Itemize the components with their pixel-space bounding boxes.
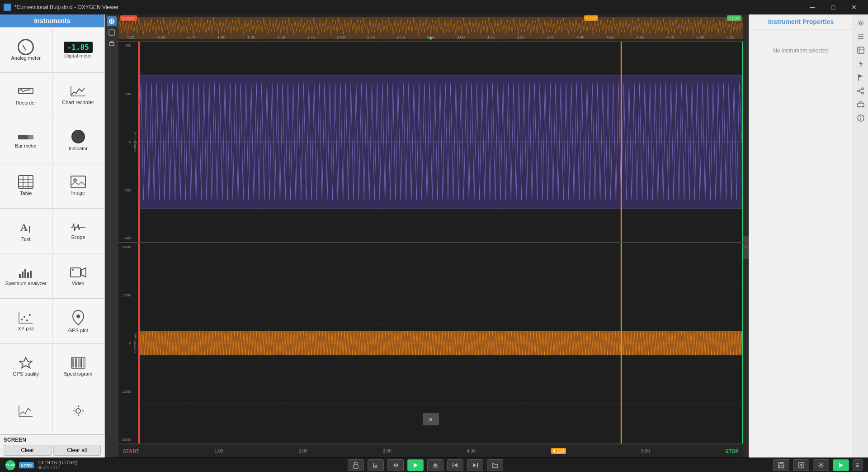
titlebar: *Conventional Bulp.dmd - OXYGEN Viewer ─… <box>0 0 868 14</box>
svg-rect-25 <box>27 272 29 278</box>
sidebar-item-analog-meter[interactable]: Analog meter <box>0 28 52 73</box>
item18-icon <box>71 405 86 419</box>
toolbar-print-btn[interactable] <box>107 39 117 49</box>
svg-rect-86 <box>858 47 864 53</box>
eject-btn[interactable] <box>427 459 443 471</box>
svg-point-94 <box>858 90 859 92</box>
sidebar-item-image[interactable]: Image <box>52 163 105 209</box>
svg-rect-40 <box>78 358 80 367</box>
sidebar-item-table[interactable]: Table <box>0 163 52 209</box>
sidebar-item-digital-meter[interactable]: -1.85 Digital meter <box>52 28 105 73</box>
sidebar-item-text[interactable]: A Text <box>0 209 52 254</box>
open-file-btn[interactable] <box>487 459 503 471</box>
save-btn[interactable] <box>773 459 789 471</box>
svg-point-102 <box>860 116 861 117</box>
right-panel: Instrument Properties No instrument sele… <box>749 14 868 458</box>
menu-btn[interactable] <box>853 459 863 471</box>
sidebar-item-spectrum-analyzer[interactable]: Spectrum analyzer <box>0 253 52 299</box>
svg-rect-114 <box>780 462 783 464</box>
sidebar-item-chart-recorder[interactable]: Chart recorder <box>52 73 105 118</box>
digital-meter-icon: -1.85 <box>64 42 93 53</box>
lock-btn[interactable] <box>348 459 364 471</box>
svg-rect-42 <box>83 358 84 367</box>
time-display: 13:19:16 (UTC+2) 06.04.2017 <box>38 460 77 470</box>
svg-rect-103 <box>354 465 358 468</box>
svg-marker-28 <box>82 268 86 277</box>
svg-line-1 <box>19 89 21 91</box>
spectrum-analyzer-label: Spectrum analyzer <box>5 281 47 286</box>
bar-meter-label: Bar meter <box>15 143 37 148</box>
svg-point-82 <box>859 22 862 24</box>
svg-rect-23 <box>22 272 24 278</box>
svg-point-118 <box>820 464 822 466</box>
sidebar-item-gps-quality[interactable]: GPS quality <box>0 344 52 389</box>
sidebar-item-scope[interactable]: Scope <box>52 209 105 254</box>
svg-line-3 <box>23 90 25 92</box>
right-bolt-btn[interactable] <box>855 58 867 70</box>
sidebar-item-recorder[interactable]: Recorder <box>0 73 52 118</box>
prev-btn[interactable] <box>447 459 463 471</box>
transport-controls <box>312 459 539 471</box>
sidebar-header: Instruments <box>0 14 104 27</box>
instrument-properties-header: Instrument Properties <box>749 14 853 29</box>
sidebar-item-xy-plot[interactable]: XY plot <box>0 299 52 344</box>
toolbar-zoom-btn[interactable] <box>107 28 117 38</box>
svg-rect-112 <box>477 463 478 467</box>
play-btn[interactable] <box>407 459 424 471</box>
text-icon: A <box>19 220 33 236</box>
toolbar-cursor-btn[interactable] <box>107 16 117 26</box>
fast-forward-button[interactable]: » <box>423 413 439 425</box>
sync-indicator: SYNC <box>19 462 34 468</box>
svg-line-95 <box>859 89 861 91</box>
sidebar-item-video[interactable]: Video <box>52 253 105 299</box>
config-btn[interactable] <box>813 459 829 471</box>
play-label: PLAY <box>6 463 15 467</box>
svg-marker-119 <box>839 463 843 467</box>
rewind-btn[interactable] <box>387 459 404 471</box>
svg-point-92 <box>862 88 863 90</box>
export-btn[interactable] <box>793 459 809 471</box>
sidebar-item-18[interactable] <box>52 389 105 434</box>
cursor-mode-btn[interactable] <box>368 459 384 471</box>
axis-tick-4: 4.00 <box>467 448 476 453</box>
no-instrument-text: No instrument selected <box>768 38 834 63</box>
recorder-label: Recorder <box>16 100 36 105</box>
close-button[interactable]: ✕ <box>844 0 864 14</box>
right-share-btn[interactable] <box>855 85 867 97</box>
next-btn[interactable] <box>467 459 483 471</box>
bottom-cursor-label: 4.120 <box>551 448 566 454</box>
right-info-btn[interactable] <box>855 112 867 124</box>
screen-section: SCREEN Clear Clear all <box>0 434 104 458</box>
statusbar-play-btn[interactable] <box>833 459 849 471</box>
svg-rect-41 <box>80 358 82 367</box>
right-channel-btn[interactable] <box>855 44 867 56</box>
right-scroll-arrow[interactable]: › <box>743 236 749 259</box>
minimize-button[interactable]: ─ <box>802 0 823 14</box>
sidebar-item-bar-meter[interactable]: Bar meter <box>0 118 52 163</box>
right-list-btn[interactable] <box>855 31 867 43</box>
status-time: 13:19:16 (UTC+2) <box>38 460 77 465</box>
sidebar-item-indicator[interactable]: Indicator <box>52 118 105 163</box>
right-flag-btn[interactable] <box>855 72 867 83</box>
clear-button[interactable]: Clear <box>4 445 52 456</box>
sidebar-item-spectrogram[interactable]: Spectrogram <box>52 344 105 389</box>
sidebar-item-gps-plot[interactable]: GPS plot <box>52 299 105 344</box>
maximize-button[interactable]: □ <box>823 0 844 14</box>
text-label: Text <box>21 236 30 242</box>
right-settings-btn[interactable] <box>855 17 867 29</box>
svg-rect-115 <box>779 465 783 468</box>
svg-point-99 <box>862 106 863 108</box>
clear-all-button[interactable]: Clear all <box>53 445 101 456</box>
table-icon <box>18 175 33 191</box>
screen-label: SCREEN <box>4 437 101 443</box>
sidebar-item-17[interactable] <box>0 389 52 434</box>
svg-rect-54 <box>109 30 114 35</box>
chart-main: START STOP 4.120 /* generated inline */ <box>118 14 743 458</box>
svg-line-96 <box>859 91 861 93</box>
bottom-start-label: START <box>123 448 139 454</box>
charts-area: 400 200 0 -200 -400 Voltage - [V] <box>118 42 743 458</box>
svg-text:A: A <box>20 222 28 233</box>
svg-rect-0 <box>19 88 33 94</box>
right-car-btn[interactable] <box>855 99 867 110</box>
xy-plot-icon <box>18 311 33 326</box>
